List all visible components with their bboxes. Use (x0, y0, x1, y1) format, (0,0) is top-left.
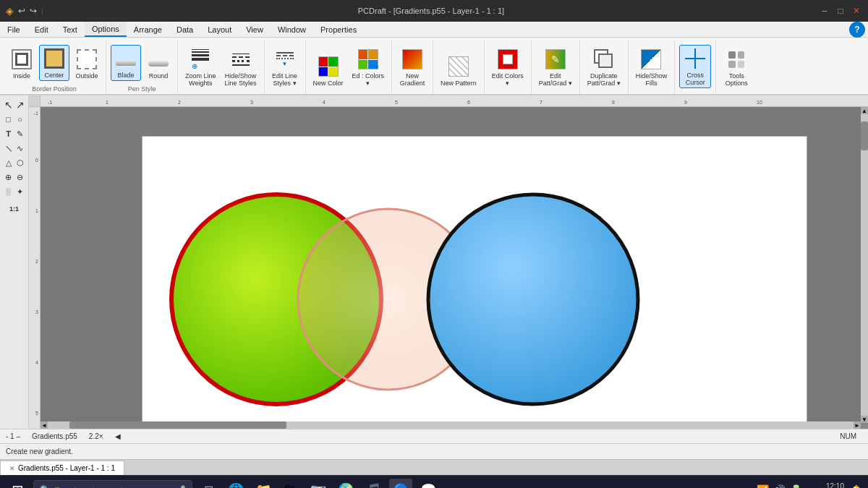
skype-btn[interactable]: 💬 (417, 479, 440, 489)
poly2-tool[interactable]: ⬡ (14, 156, 25, 169)
ribbon-group-content: Inside Center Outside (7, 40, 101, 84)
edit-colors-label: Ed : Colors▾ (352, 72, 385, 87)
tools-options-btn[interactable]: ToolsOptions (720, 46, 752, 88)
redo-btn[interactable]: ↪ (30, 6, 37, 16)
center-btn[interactable]: Center (39, 45, 69, 81)
help-button[interactable]: ? (849, 22, 865, 38)
zoom-out-tool[interactable]: ⊖ (14, 171, 25, 184)
hide-show-fills-label: Hide/ShowFills (636, 72, 668, 87)
volume-icon[interactable]: 🔊 (773, 484, 786, 489)
edit-patt-grad-btn[interactable]: ✎ EditPatt/Grad ▾ (536, 46, 575, 88)
search-box[interactable]: 🔍 🎤 (33, 480, 192, 489)
tools-options-label: ToolsOptions (726, 72, 748, 87)
round-label: Round (149, 72, 169, 80)
round-btn[interactable]: Round (144, 46, 173, 81)
hide-show-line-styles-label: Hide/ShowLine Styles (225, 72, 257, 87)
new-color-label: New Color (313, 80, 344, 87)
eyedropper-tool[interactable]: ✦ (14, 185, 25, 198)
text-tool[interactable]: T (3, 127, 14, 140)
svg-point-2 (428, 194, 638, 404)
close-btn[interactable]: ✕ (851, 5, 862, 17)
hide-show-fills-btn[interactable]: Hide/ShowFills (633, 46, 671, 88)
pen-tool[interactable]: ✎ (14, 127, 25, 140)
cross-cursor-btn[interactable]: CrossCursor (679, 45, 711, 88)
search-input[interactable] (55, 486, 171, 489)
round-icon (147, 48, 170, 71)
menu-layout[interactable]: Layout (200, 22, 239, 37)
center-icon (43, 47, 66, 70)
select-arrow-tool[interactable]: ↖ (3, 98, 14, 111)
gradient-tool[interactable]: ░ (3, 185, 14, 198)
menu-data[interactable]: Data (169, 22, 200, 37)
start-button[interactable]: ⊞ (6, 479, 29, 489)
poly-tool[interactable]: △ (3, 156, 14, 169)
tab-close-x[interactable]: ✕ (9, 465, 15, 472)
tool-pair-7: ░ ✦ (3, 185, 25, 198)
explorer-btn[interactable]: 📁 (252, 479, 275, 489)
menu-arrange[interactable]: Arrange (127, 22, 169, 37)
new-color-btn[interactable]: New Color (310, 53, 346, 88)
inside-btn[interactable]: Inside (7, 46, 36, 81)
notification-btn[interactable]: 🔔 (850, 484, 862, 489)
ribbon-group-pattern: New Pattern (433, 40, 485, 94)
vertical-scrollbar[interactable]: ▲ ▼ (861, 107, 868, 423)
new-gradient-label: NewGradient (400, 72, 425, 87)
menu-window[interactable]: Window (271, 22, 313, 37)
zoom-line-weights-btn[interactable]: ⊕ Zoom LineWeights (182, 46, 219, 88)
canvas-document[interactable] (142, 136, 807, 429)
edit-colors-fill-btn[interactable]: Edit Colors▾ (489, 46, 527, 88)
ribbon-group-content-line: ⊕ Zoom LineWeights Hide/ShowLine Styles (182, 40, 260, 91)
minimize-btn[interactable]: – (819, 5, 830, 17)
clock[interactable]: 12:10 19/09/2018 (808, 482, 844, 489)
scroll-arrow-left[interactable]: ◄ (41, 421, 48, 429)
battery-icon[interactable]: 🔋 (790, 484, 802, 489)
menu-file[interactable]: File (0, 22, 27, 37)
edit-colors-btn[interactable]: ▼ Ed : Colors▾ (349, 46, 388, 88)
maximize-btn[interactable]: □ (835, 5, 846, 17)
ribbon-group-gradient: NewGradient (392, 40, 433, 94)
circles-svg (142, 137, 808, 429)
hide-show-line-styles-btn[interactable]: Hide/ShowLine Styles (222, 46, 260, 88)
music-btn[interactable]: 🎵 (362, 479, 385, 489)
title-left: ◈ ↩ ↪ | (6, 5, 43, 17)
edge-btn[interactable]: 🌐 (224, 479, 247, 489)
horizontal-scrollbar[interactable]: ◄ ► (41, 421, 861, 429)
zoom-in-tool[interactable]: ⊕ (3, 171, 14, 184)
menu-options[interactable]: Options (85, 22, 127, 37)
store-btn[interactable]: 🛍 (279, 479, 302, 489)
rect-tool[interactable]: □ (3, 113, 14, 126)
blade-btn[interactable]: Blade (111, 45, 141, 81)
cross-cursor-label: CrossCursor (686, 72, 705, 86)
edit-line-styles-btn[interactable]: ▼ Edit LineStyles ▾ (269, 46, 301, 88)
task-view-btn[interactable]: ⊟ (197, 479, 220, 489)
scroll-arrow-up[interactable]: ▲ (861, 107, 868, 114)
scroll-arrow-down[interactable]: ▼ (861, 416, 868, 423)
browser-btn[interactable]: 🌍 (334, 479, 357, 489)
canvas-area: -1 1 2 3 4 5 6 7 8 9 10 -1 0 1 2 3 4 (29, 95, 868, 429)
new-gradient-btn[interactable]: NewGradient (396, 46, 428, 88)
scroll-arrow-right[interactable]: ► (854, 421, 861, 429)
tool-pair-2: □ ○ (3, 113, 25, 126)
zoom-line-weights-label: Zoom LineWeights (185, 72, 216, 87)
new-pattern-btn[interactable]: New Pattern (438, 53, 480, 88)
tool-pair-5: △ ⬡ (3, 156, 25, 169)
scroll-indicator[interactable]: ◀ (115, 432, 121, 440)
duplicate-btn[interactable]: DuplicatePatt/Grad ▾ (584, 46, 624, 88)
pcdraft-btn[interactable]: 🔵 (389, 479, 412, 489)
outside-icon (75, 48, 98, 71)
vertical-ruler: -1 0 1 2 3 4 5 (29, 107, 41, 429)
menu-text[interactable]: Text (56, 22, 85, 37)
tab-gradients[interactable]: ✕ Gradients.p55 - Layer-1 - 1 : 1 (0, 461, 124, 475)
select-arrow2-tool[interactable]: ↗ (14, 98, 25, 111)
camera-btn[interactable]: 📷 (307, 479, 330, 489)
menu-view[interactable]: View (239, 22, 271, 37)
menu-edit[interactable]: Edit (27, 22, 56, 37)
undo-btn[interactable]: ↩ (18, 6, 25, 16)
network-icon[interactable]: 📶 (757, 484, 769, 489)
hide-fills-icon (639, 48, 663, 71)
menu-properties[interactable]: Properties (313, 22, 364, 37)
circle-tool[interactable]: ○ (14, 113, 25, 126)
outside-btn[interactable]: Outside (72, 46, 101, 81)
outside-label: Outside (75, 72, 98, 80)
ribbon-group-tools-options: ToolsOptions (716, 40, 757, 94)
